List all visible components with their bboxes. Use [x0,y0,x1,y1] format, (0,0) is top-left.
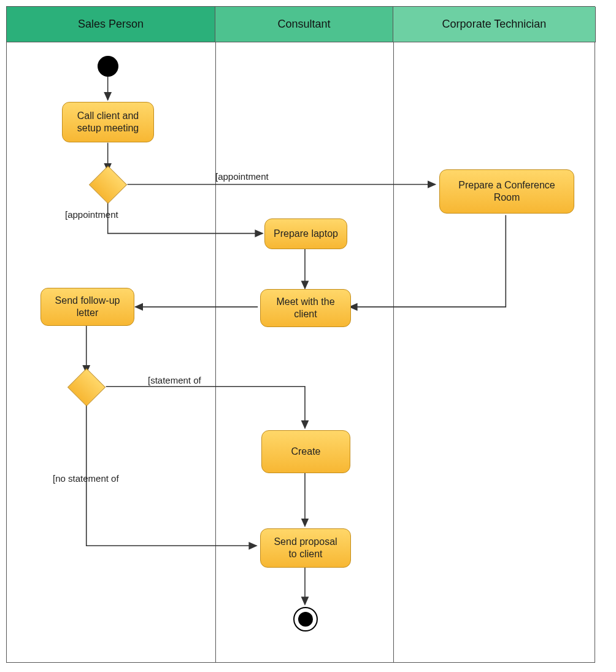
activity-label: Prepare a ConferenceRoom [458,179,555,204]
lane-divider [393,42,394,662]
edge-label-statement: [statement of [148,375,201,385]
activity-label: Meet with theclient [276,296,334,320]
decision-appointment [89,166,127,204]
end-node [293,607,318,631]
activity-meet-client: Meet with theclient [260,289,351,327]
edge-label-appointment-right: [appointment [215,171,269,182]
activity-label: Prepare laptop [274,228,338,240]
start-node [98,56,118,77]
activity-label: Send proposalto client [274,536,337,560]
activity-send-proposal: Send proposalto client [260,528,351,568]
activity-followup: Send follow-upletter [40,288,134,326]
activity-label: Create [291,446,320,458]
edge-label-appointment-down: [appointment [65,209,118,220]
decision-statement [67,368,106,406]
activity-label: Send follow-upletter [55,295,120,319]
activity-create: Create [261,430,350,473]
lane-title: Consultant [277,18,330,31]
lane-header-sales: Sales Person [7,7,215,42]
lane-divider [215,42,216,662]
lane-title: Corporate Technician [442,18,547,31]
lane-header-tech: Corporate Technician [393,7,596,42]
lane-title: Sales Person [78,18,144,31]
swimlane-diagram: Sales Person Consultant Corporate Techni… [6,6,595,663]
lane-header-consultant: Consultant [215,7,393,42]
activity-call-client: Call client andsetup meeting [62,102,154,142]
activity-prepare-conference: Prepare a ConferenceRoom [439,169,574,214]
activity-prepare-laptop: Prepare laptop [264,218,347,249]
edge-label-no-statement: [no statement of [53,473,119,484]
activity-label: Call client andsetup meeting [77,110,139,134]
